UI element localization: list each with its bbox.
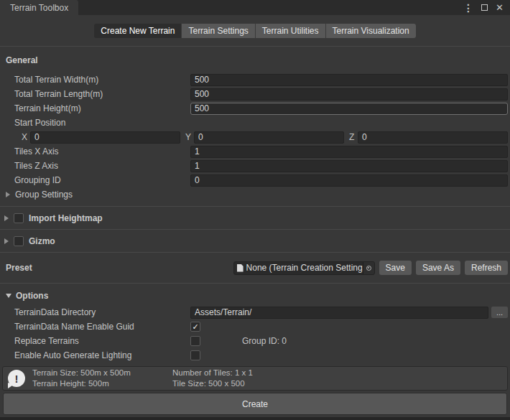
total-terrain-length-row: Total Terrain Length(m) [0, 87, 510, 101]
preset-object-field[interactable]: None (Terrain Creation Setting [233, 261, 375, 275]
tab-group: Create New Terrain Terrain Settings Terr… [94, 24, 415, 38]
info-left-column: Terrain Size: 500m x 500m Terrain Height… [32, 368, 172, 389]
group-settings-foldout[interactable]: Group Settings [0, 187, 510, 202]
toolbar: Create New Terrain Terrain Settings Terr… [0, 15, 510, 46]
terraindata-directory-row: TerrainData Directory ... [0, 305, 510, 319]
terrain-size-text: Terrain Size: 500m x 500m [32, 368, 172, 378]
tiles-x-label: Tiles X Axis [0, 146, 190, 157]
refresh-button[interactable]: Refresh [465, 261, 508, 275]
auto-lighting-checkbox[interactable] [190, 350, 200, 360]
preset-label: Preset [0, 263, 32, 273]
group-settings-label: Group Settings [15, 190, 73, 200]
total-terrain-width-row: Total Terrain Width(m) [0, 73, 510, 87]
tiles-z-label: Tiles Z Axis [0, 161, 190, 171]
import-heightmap-section[interactable]: Import Heightmap [0, 207, 510, 229]
exclamation-glyph: ! [15, 373, 19, 385]
group-id-text: Group ID: 0 [242, 336, 287, 346]
preset-object-value: None (Terrain Creation Setting [246, 263, 363, 273]
import-heightmap-checkbox[interactable] [14, 213, 24, 223]
tab-label: Create New Terrain [101, 26, 175, 36]
save-as-button[interactable]: Save As [416, 261, 460, 275]
terraindata-directory-input[interactable] [190, 307, 488, 319]
terrain-height-label: Terrain Height(m) [0, 103, 190, 113]
info-icon: ! [8, 370, 25, 387]
terraindata-guid-row: TerrainData Name Enable Guid ✓ [0, 319, 510, 334]
info-box: ! Terrain Size: 500m x 500m Terrain Heig… [2, 366, 508, 391]
import-heightmap-label: Import Heightmap [29, 213, 103, 223]
tab-terrain-utilities[interactable]: Terrain Utilities [256, 24, 326, 38]
browse-button[interactable]: ... [491, 307, 508, 318]
replace-terrains-label: Replace Terrains [0, 336, 190, 346]
tab-label: Terrain Settings [188, 26, 248, 36]
x-axis-label: X [22, 132, 30, 142]
replace-terrains-checkbox[interactable] [190, 336, 200, 346]
object-picker-icon [366, 266, 371, 271]
maximize-icon[interactable] [481, 4, 488, 11]
chevron-right-icon [6, 192, 10, 197]
terraindata-guid-label: TerrainData Name Enable Guid [0, 322, 190, 332]
info-right-column: Number of Tiles: 1 x 1 Tile Size: 500 x … [172, 368, 253, 389]
replace-terrains-row: Replace Terrains Group ID: 0 [0, 334, 510, 348]
terrain-height-row: Terrain Height(m) [0, 101, 510, 116]
start-position-x-input[interactable] [30, 131, 180, 144]
start-position-label: Start Position [0, 118, 65, 128]
grouping-id-input[interactable] [190, 174, 508, 187]
number-of-tiles-text: Number of Tiles: 1 x 1 [172, 368, 253, 378]
tab-label: Terrain Utilities [262, 26, 319, 36]
gizmo-section[interactable]: Gizmo [0, 230, 510, 252]
tiles-x-row: Tiles X Axis [0, 144, 510, 159]
y-axis-label: Y [185, 132, 194, 142]
total-terrain-length-label: Total Terrain Length(m) [0, 89, 190, 99]
tiles-z-input[interactable] [190, 160, 508, 172]
grouping-id-label: Grouping ID [0, 175, 190, 185]
general-header: General [0, 47, 510, 73]
total-terrain-width-label: Total Terrain Width(m) [0, 75, 190, 85]
window-title: Terrain Toolbox [10, 3, 68, 13]
object-picker-button[interactable] [363, 262, 374, 274]
terraindata-directory-label: TerrainData Directory [0, 307, 190, 317]
terraindata-guid-checkbox[interactable]: ✓ [190, 322, 200, 332]
z-axis-label: Z [349, 132, 358, 142]
chevron-down-icon [6, 294, 11, 298]
start-position-y-input[interactable] [194, 131, 344, 144]
document-icon [237, 264, 244, 272]
options-header: Options [16, 291, 48, 301]
check-icon: ✓ [192, 322, 198, 330]
total-terrain-width-input[interactable] [190, 74, 508, 86]
close-icon[interactable]: ✕ [496, 3, 504, 12]
start-position-z-input[interactable] [358, 131, 508, 144]
total-terrain-length-input[interactable] [190, 88, 508, 101]
create-button[interactable]: Create [3, 393, 507, 415]
options-foldout[interactable]: Options [0, 284, 510, 305]
window-tab[interactable]: Terrain Toolbox [0, 0, 78, 15]
preset-row: Preset None (Terrain Creation Setting Sa… [0, 253, 510, 283]
tiles-x-input[interactable] [190, 146, 508, 158]
auto-lighting-label: Enable Auto Generate Lighting [0, 350, 190, 360]
terrain-height-input[interactable] [190, 103, 508, 115]
grouping-id-row: Grouping ID [0, 173, 510, 187]
window-controls: ⋮ ✕ [463, 0, 510, 15]
tab-terrain-settings[interactable]: Terrain Settings [182, 24, 255, 38]
title-bar: Terrain Toolbox ⋮ ✕ [0, 0, 510, 15]
tab-label: Terrain Visualization [333, 26, 409, 36]
tiles-z-row: Tiles Z Axis [0, 159, 510, 173]
tab-terrain-visualization[interactable]: Terrain Visualization [326, 24, 416, 38]
auto-lighting-row: Enable Auto Generate Lighting [0, 348, 510, 363]
gizmo-label: Gizmo [29, 236, 55, 246]
tab-create-new-terrain[interactable]: Create New Terrain [94, 24, 182, 38]
chevron-right-icon [4, 238, 9, 244]
tile-size-text: Tile Size: 500 x 500 [172, 378, 253, 389]
menu-icon[interactable]: ⋮ [463, 3, 473, 13]
window-bottom-edge [0, 417, 510, 420]
gizmo-checkbox[interactable] [14, 236, 24, 246]
save-button[interactable]: Save [379, 261, 412, 275]
start-position-xyz-row: X Y Z [0, 130, 510, 144]
terrain-height-text: Terrain Height: 500m [32, 378, 172, 389]
chevron-right-icon [4, 215, 9, 221]
start-position-row: Start Position [0, 116, 510, 130]
